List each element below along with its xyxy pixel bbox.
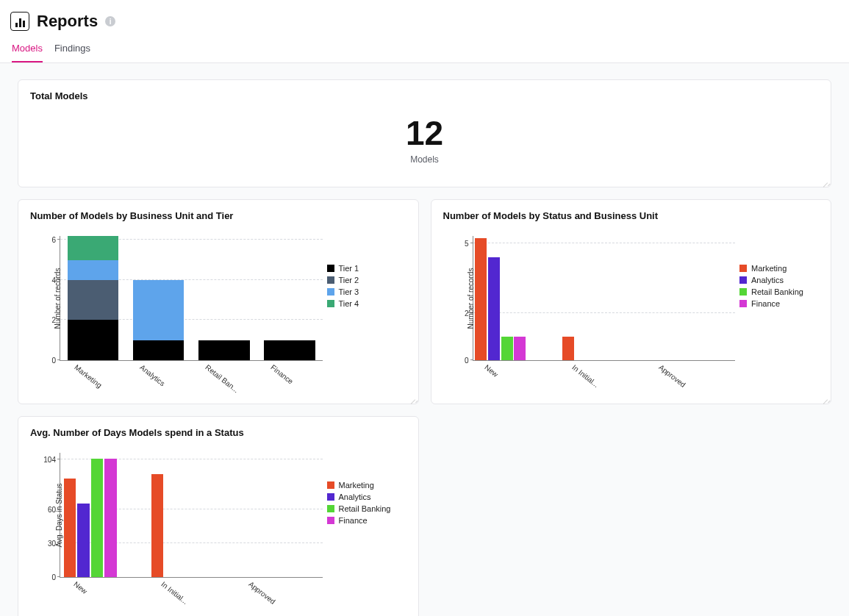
legend-item: Finance [327,516,406,525]
chart-body: 0246MarketingAnalyticsRetail Ban...Finan… [18,229,418,404]
legend: MarketingAnalyticsRetail BankingFinance [735,232,823,393]
legend-label: Analytics [339,493,371,501]
x-tick: Approved [247,580,277,606]
legend-item: Finance [739,299,819,308]
legend-swatch [327,481,334,489]
bar-chart-icon [10,12,29,31]
bar[interactable] [64,479,76,577]
plot-area: 03060104NewIn Initial...Approved [60,453,323,578]
legend-item: Tier 3 [327,287,406,296]
legend-item: Tier 1 [327,264,406,273]
kpi-unit: Models [18,154,831,165]
tab-models[interactable]: Models [12,37,43,62]
y-axis-label: Number of records [466,268,474,329]
card-title: Avg. Number of Days Models spend in a St… [18,417,418,445]
legend-swatch [327,505,334,512]
bar[interactable] [151,474,164,577]
x-tick: New [72,580,89,595]
x-tick: Approved [658,363,688,389]
legend-item: Marketing [739,264,819,273]
card-title: Total Models [18,80,831,109]
legend-swatch [739,276,747,284]
legend-label: Retail Banking [339,504,391,513]
y-tick: 30 [31,539,56,547]
x-tick: Marketing [73,363,103,390]
y-tick: 0 [31,357,56,365]
y-axis-label: Avg. Days in Status [55,483,63,547]
legend-label: Retail Banking [751,287,803,296]
bar-segment[interactable] [133,340,185,360]
bar[interactable] [488,257,500,360]
bar[interactable] [514,337,526,360]
y-tick: 2 [444,309,469,318]
legend-label: Tier 4 [339,299,359,308]
bar[interactable] [104,459,117,577]
bar[interactable] [77,504,90,577]
legend-swatch [739,265,747,272]
x-tick: Analytics [138,363,166,387]
card-total-models: Total Models 12 Models [18,79,831,187]
resize-handle[interactable] [409,395,416,402]
y-tick: 0 [31,573,56,581]
legend-label: Analytics [751,276,784,284]
y-tick: 5 [444,239,469,247]
legend-swatch [327,517,334,524]
y-axis-label: Number of records [54,268,62,329]
bar[interactable] [562,337,574,360]
page-header: Reports i [0,0,849,37]
legend-swatch [327,265,334,272]
legend: MarketingAnalyticsRetail BankingFinance [323,448,411,610]
info-icon[interactable]: i [105,16,115,26]
bar-segment[interactable] [68,320,119,360]
y-tick: 6 [31,236,56,244]
legend-item: Tier 2 [327,276,406,284]
bar-segment[interactable] [68,280,119,320]
legend-item: Tier 4 [327,299,406,308]
legend-swatch [327,288,334,296]
legend-item: Analytics [327,493,406,501]
legend-label: Finance [751,299,780,308]
resize-handle[interactable] [821,178,828,185]
card-models-by-status-bu: Number of Models by Status and Business … [431,199,832,404]
legend-swatch [327,300,334,307]
kpi-value: 12 [18,116,831,150]
bar-segment[interactable] [68,260,119,280]
kpi: 12 Models [18,109,831,187]
legend-label: Tier 1 [339,264,359,273]
tab-bar: Models Findings [0,37,849,63]
chart-body: 025NewIn Initial...ApprovedNumber of rec… [431,229,831,404]
bar-segment[interactable] [133,280,185,340]
y-tick: 104 [31,456,56,464]
bar[interactable] [501,337,513,360]
legend-item: Retail Banking [739,287,819,296]
x-tick: Finance [269,363,295,386]
legend-label: Marketing [339,481,374,490]
card-avg-days-in-status: Avg. Number of Days Models spend in a St… [18,416,419,616]
legend-swatch [327,276,334,284]
bar-segment[interactable] [198,340,250,360]
legend-swatch [739,300,747,307]
y-tick: 4 [31,276,56,284]
page-title: Reports [37,12,98,31]
legend-swatch [739,288,747,296]
legend-label: Tier 3 [339,287,359,296]
y-tick: 60 [31,505,56,513]
bar-segment[interactable] [68,236,119,260]
resize-handle[interactable] [409,612,416,616]
x-tick: Retail Ban... [204,363,240,394]
card-models-by-bu-tier: Number of Models by Business Unit and Ti… [18,199,419,404]
legend-label: Finance [339,516,368,525]
legend-label: Marketing [751,264,787,273]
bar[interactable] [91,459,104,577]
resize-handle[interactable] [821,395,828,402]
legend-swatch [327,493,334,501]
x-tick: In Initial... [570,363,601,389]
x-tick: In Initial... [160,580,190,606]
plot-area: 0246MarketingAnalyticsRetail Ban...Finan… [60,236,323,361]
legend-label: Tier 2 [339,276,359,284]
bar-segment[interactable] [264,340,315,360]
chart-body: 03060104NewIn Initial...ApprovedAvg. Day… [18,445,418,616]
legend: Tier 1Tier 2Tier 3Tier 4 [323,232,411,393]
bar[interactable] [475,238,487,360]
tab-findings[interactable]: Findings [54,37,90,62]
